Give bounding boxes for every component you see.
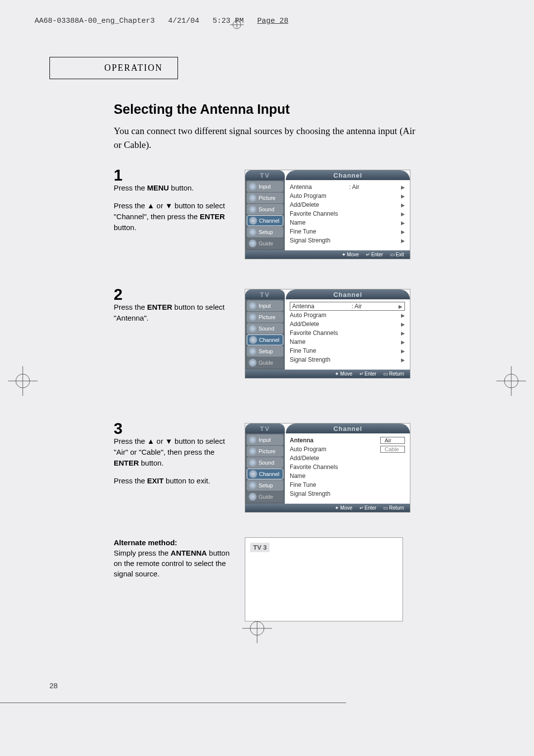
crop-mark-icon (230, 18, 244, 32)
option-cable: Cable (380, 446, 405, 453)
intro-text: You can connect two different signal sou… (114, 124, 420, 152)
step-number: 1 (114, 170, 240, 181)
option-air: Air (380, 437, 405, 444)
step-3-text: 3 Press the ▲ or ▼ button to select "Air… (114, 423, 240, 493)
sidebar-item-sound: Sound (247, 204, 283, 215)
alternate-method: Alternate method: Simply press the ANTEN… (114, 537, 420, 621)
guide-icon (249, 359, 257, 367)
move-hint: ✦ Move (342, 252, 359, 257)
osd-main: Antenna: Air▶ Auto Program▶ Add/Delete▶ … (285, 180, 410, 250)
input-icon (249, 302, 257, 310)
step-3: 3 Press the ▲ or ▼ button to select "Air… (114, 423, 420, 513)
sidebar-item-input: Input (247, 434, 283, 445)
sidebar-item-input: Input (247, 300, 283, 311)
tv-display-box: TV 3 (245, 537, 403, 621)
sidebar-item-picture: Picture (247, 446, 283, 457)
osd-screenshot-3: TV Channel Input Picture Sound Channel S… (245, 423, 410, 513)
sidebar-item-guide: Guide (247, 238, 283, 249)
step-1: 1 Press the MENU button. Press the ▲ or … (114, 170, 420, 259)
header-date: 4/21/04 (168, 17, 199, 25)
chevron-right-icon: ▶ (401, 220, 405, 226)
sidebar-item-guide: Guide (247, 491, 283, 502)
sidebar-item-channel: Channel (247, 469, 283, 479)
crop-mark-icon (496, 366, 526, 396)
content-area: OPERATION Selecting the Antenna Input Yo… (49, 57, 425, 621)
sound-icon (249, 205, 257, 213)
step-number: 3 (114, 423, 240, 434)
channel-icon (249, 217, 257, 225)
input-icon (249, 436, 257, 444)
osd-header-tv: TV (245, 170, 285, 180)
setup-icon (249, 228, 257, 236)
setup-icon (249, 481, 257, 489)
sidebar-item-channel: Channel (247, 215, 283, 226)
channel-icon (249, 336, 257, 344)
picture-icon (249, 313, 257, 321)
footer-line (0, 703, 346, 703)
sidebar-item-setup: Setup (247, 227, 283, 237)
osd-screenshot-1: TV Channel Input Picture Sound Channel S… (245, 170, 410, 259)
channel-icon (249, 470, 257, 478)
exit-hint: ▭ Exit (390, 252, 404, 257)
sidebar-item-sound: Sound (247, 457, 283, 468)
alternate-text: Alternate method: Simply press the ANTEN… (114, 537, 240, 621)
sidebar-item-channel: Channel (247, 334, 283, 345)
tv-badge: TV 3 (250, 543, 269, 552)
print-header: AA68-03388A-00_eng_Chapter3 4/21/04 5:23… (35, 17, 288, 25)
section-tab: OPERATION (49, 57, 178, 79)
setup-icon (249, 347, 257, 355)
guide-icon (249, 493, 257, 501)
guide-icon (249, 239, 257, 247)
enter-hint: ↵ Enter (366, 252, 383, 257)
chevron-right-icon: ▶ (401, 185, 405, 190)
chevron-right-icon: ▶ (401, 193, 405, 199)
input-icon (249, 183, 257, 190)
sidebar-item-setup: Setup (247, 346, 283, 357)
header-file: AA68-03388A-00_eng_Chapter3 (35, 17, 155, 25)
step-number: 2 (114, 289, 240, 300)
chevron-right-icon: ▶ (401, 202, 405, 208)
sidebar-item-picture: Picture (247, 312, 283, 323)
header-page: Page 28 (257, 17, 288, 25)
chevron-right-icon: ▶ (401, 229, 405, 235)
osd-sidebar: Input Picture Sound Channel Setup Guide (245, 180, 285, 250)
chevron-right-icon: ▶ (401, 211, 405, 217)
step-2: 2 Press the ENTER button to select "Ante… (114, 289, 420, 378)
sidebar-item-picture: Picture (247, 192, 283, 203)
chevron-right-icon: ▶ (399, 304, 402, 309)
sound-icon (249, 325, 257, 332)
osd-header-channel: Channel (286, 170, 410, 180)
picture-icon (249, 194, 257, 202)
sidebar-item-sound: Sound (247, 323, 283, 334)
step-1-text: 1 Press the MENU button. Press the ▲ or … (114, 170, 240, 240)
page-title: Selecting the Antenna Input (114, 102, 420, 117)
page-number: 28 (49, 681, 58, 690)
sidebar-item-guide: Guide (247, 357, 283, 368)
section-tab-label: OPERATION (104, 63, 163, 73)
alternate-heading: Alternate method: (114, 538, 177, 547)
osd-screenshot-2: TV Channel Input Picture Sound Channel S… (245, 289, 410, 378)
sidebar-item-setup: Setup (247, 480, 283, 491)
picture-icon (249, 447, 257, 455)
crop-mark-icon (8, 366, 38, 396)
step-2-text: 2 Press the ENTER button to select "Ante… (114, 289, 240, 331)
sidebar-item-input: Input (247, 181, 283, 192)
osd-footer: ✦ Move ↵ Enter ▭ Exit (245, 250, 410, 259)
chevron-right-icon: ▶ (401, 238, 405, 243)
sound-icon (249, 459, 257, 467)
